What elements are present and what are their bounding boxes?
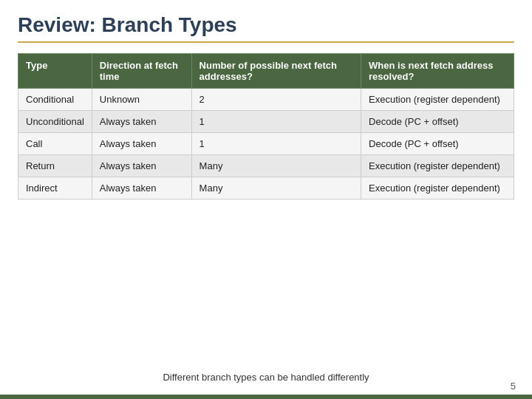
table-container: Type Direction at fetch time Number of p…: [18, 53, 514, 363]
table-header-row: Type Direction at fetch time Number of p…: [18, 54, 514, 89]
bottom-bar: [0, 395, 532, 399]
table-row: UnconditionalAlways taken1Decode (PC + o…: [18, 111, 514, 133]
footnote: Different branch types can be handled di…: [18, 372, 514, 383]
branch-types-table: Type Direction at fetch time Number of p…: [18, 53, 514, 200]
table-cell-2-1: Always taken: [92, 133, 191, 155]
col-header-number: Number of possible next fetch addresses?: [191, 54, 361, 89]
col-header-direction: Direction at fetch time: [92, 54, 191, 89]
table-cell-4-3: Execution (register dependent): [361, 177, 514, 200]
slide-title: Review: Branch Types: [18, 13, 514, 43]
slide: Review: Branch Types Type Direction at f…: [0, 0, 532, 399]
table-cell-0-0: Conditional: [18, 89, 92, 111]
table-cell-3-1: Always taken: [92, 155, 191, 177]
col-header-when: When is next fetch address resolved?: [361, 54, 514, 89]
table-row: IndirectAlways takenManyExecution (regis…: [18, 177, 514, 200]
table-row: ReturnAlways takenManyExecution (registe…: [18, 155, 514, 177]
table-cell-4-2: Many: [191, 177, 361, 200]
table-row: ConditionalUnknown2Execution (register d…: [18, 89, 514, 111]
table-row: CallAlways taken1Decode (PC + offset): [18, 133, 514, 155]
table-cell-1-2: 1: [191, 111, 361, 133]
table-cell-2-2: 1: [191, 133, 361, 155]
table-cell-1-0: Unconditional: [18, 111, 92, 133]
table-cell-4-1: Always taken: [92, 177, 191, 200]
table-cell-1-1: Always taken: [92, 111, 191, 133]
table-cell-0-3: Execution (register dependent): [361, 89, 514, 111]
table-cell-3-3: Execution (register dependent): [361, 155, 514, 177]
page-number: 5: [511, 381, 516, 392]
table-cell-2-3: Decode (PC + offset): [361, 133, 514, 155]
table-cell-3-2: Many: [191, 155, 361, 177]
table-cell-0-1: Unknown: [92, 89, 191, 111]
table-cell-4-0: Indirect: [18, 177, 92, 200]
table-cell-2-0: Call: [18, 133, 92, 155]
table-cell-0-2: 2: [191, 89, 361, 111]
table-cell-1-3: Decode (PC + offset): [361, 111, 514, 133]
col-header-type: Type: [18, 54, 92, 89]
table-cell-3-0: Return: [18, 155, 92, 177]
